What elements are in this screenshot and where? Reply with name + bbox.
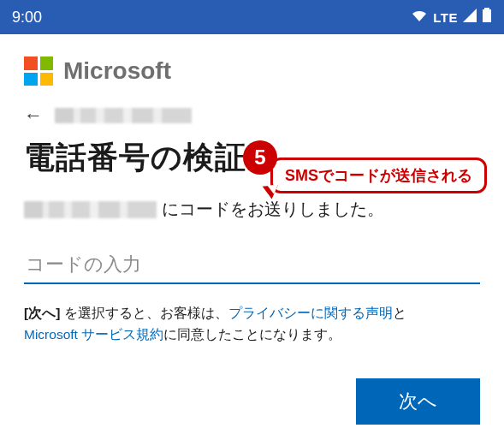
signal-icon bbox=[463, 9, 477, 27]
svg-rect-0 bbox=[484, 8, 489, 9]
back-arrow-icon[interactable]: ← bbox=[24, 106, 43, 125]
wifi-icon bbox=[411, 9, 428, 27]
annotation-bubble: SMSでコードが送信される bbox=[270, 158, 487, 193]
step-number-badge: 5 bbox=[243, 140, 277, 175]
svg-rect-1 bbox=[483, 9, 491, 22]
next-button[interactable]: 次へ bbox=[356, 378, 480, 425]
consent-next-label: [次へ] bbox=[24, 306, 60, 320]
verification-code-input[interactable] bbox=[24, 250, 480, 284]
status-clock: 9:00 bbox=[12, 9, 42, 27]
status-icons: LTE bbox=[411, 8, 492, 27]
microsoft-brand: Microsoft bbox=[24, 56, 480, 86]
consent-text: [次へ] を選択すると、お客様は、プライバシーに関する声明とMicrosoft … bbox=[24, 303, 480, 346]
privacy-statement-link[interactable]: プライバシーに関する声明 bbox=[228, 306, 393, 320]
microsoft-logo-icon bbox=[24, 56, 53, 86]
code-sent-suffix: にコードをお送りしました。 bbox=[162, 199, 384, 218]
redacted-phone-number bbox=[24, 201, 157, 218]
network-type-label: LTE bbox=[433, 10, 458, 25]
terms-of-service-link[interactable]: Microsoft サービス規約 bbox=[24, 327, 163, 342]
tutorial-annotation: 5 SMSでコードが送信される bbox=[243, 140, 277, 175]
microsoft-wordmark: Microsoft bbox=[63, 57, 171, 85]
code-sent-message: にコードをお送りしました。 bbox=[24, 198, 480, 221]
battery-icon bbox=[482, 8, 492, 27]
redacted-account-identifier bbox=[55, 108, 192, 123]
android-status-bar: 9:00 LTE bbox=[0, 0, 504, 34]
